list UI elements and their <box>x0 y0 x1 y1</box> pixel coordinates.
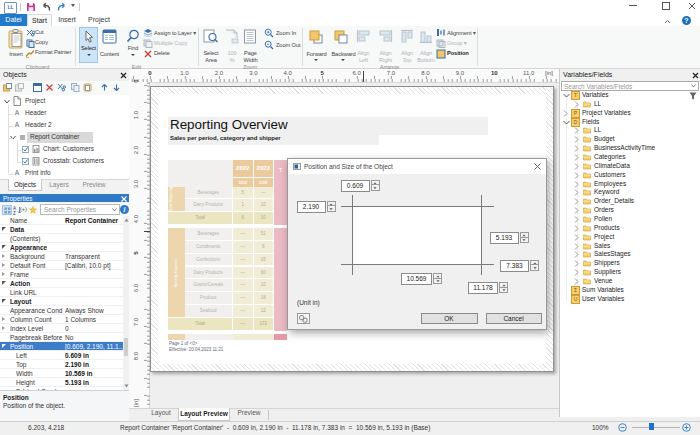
svg-text:Z: Z <box>13 211 16 216</box>
